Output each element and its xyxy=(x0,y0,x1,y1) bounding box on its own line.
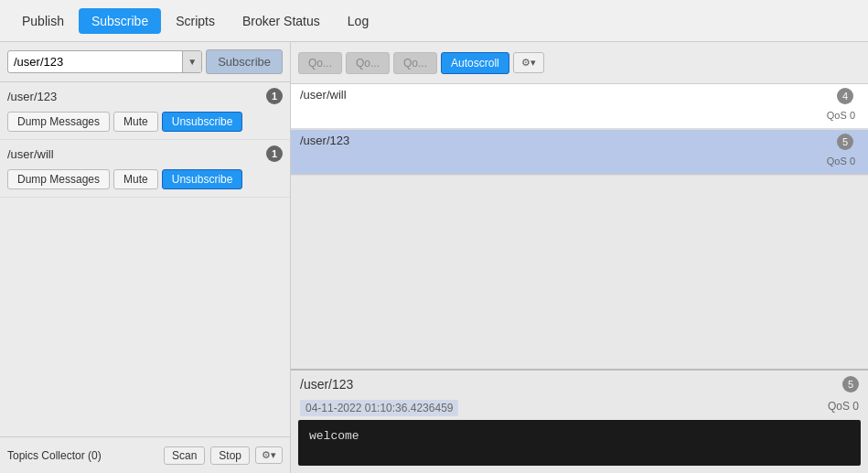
msg-qos-userwill: QoS 0 xyxy=(823,108,859,123)
unsubscribe-btn-1[interactable]: Unsubscribe xyxy=(162,169,243,189)
sub-item-user123-header[interactable]: /user/123 1 xyxy=(0,82,290,110)
right-settings-btn[interactable]: ⚙▾ xyxy=(513,52,544,73)
msg-count-user123: 5 xyxy=(837,134,853,150)
dump-messages-btn-1[interactable]: Dump Messages xyxy=(7,169,110,189)
sub-item-user123-badge: 1 xyxy=(266,88,283,104)
sub-item-userwill-actions: Dump Messages Mute Unsubscribe xyxy=(0,167,290,197)
tab-subscribe[interactable]: Subscribe xyxy=(79,8,161,34)
msg-detail-topic: /user/123 xyxy=(300,377,353,392)
tab-broker-status[interactable]: Broker Status xyxy=(230,8,333,34)
msg-topic-name-user123: /user/123 xyxy=(300,134,837,150)
sub-item-user123: /user/123 1 Dump Messages Mute Unsubscri… xyxy=(0,82,290,140)
tab-scripts[interactable]: Scripts xyxy=(163,8,228,34)
mute-btn-1[interactable]: Mute xyxy=(113,169,158,189)
message-detail: /user/123 5 04-11-2022 01:10:36.4236459 … xyxy=(291,369,868,473)
msg-count-userwill: 4 xyxy=(837,88,853,104)
dump-messages-btn-0[interactable]: Dump Messages xyxy=(7,112,110,132)
subscribe-bar: ▼ Subscribe xyxy=(0,42,290,82)
msg-content-box: welcome xyxy=(298,420,861,466)
right-toolbar: Qo... Qo... Qo... Autoscroll ⚙▾ xyxy=(291,42,868,84)
right-panel: Qo... Qo... Qo... Autoscroll ⚙▾ /user/wi… xyxy=(291,42,868,473)
topics-collector: Topics Collector (0) Scan Stop ⚙▾ xyxy=(0,436,290,473)
msg-detail-meta: 04-11-2022 01:10:36.4236459 QoS 0 xyxy=(291,398,868,420)
subscribe-button[interactable]: Subscribe xyxy=(206,49,283,74)
msg-block-user123: /user/123 5 QoS 0 xyxy=(291,130,868,176)
msg-content: welcome xyxy=(309,429,359,443)
main-layout: ▼ Subscribe /user/123 1 Dump Messages Mu… xyxy=(0,42,868,473)
unsubscribe-btn-0[interactable]: Unsubscribe xyxy=(162,112,243,132)
topic-input-wrap: ▼ xyxy=(7,50,202,73)
sub-item-user123-topic: /user/123 xyxy=(7,90,266,103)
qos-btn-1[interactable]: Qo... xyxy=(346,52,390,74)
left-panel: ▼ Subscribe /user/123 1 Dump Messages Mu… xyxy=(0,42,291,473)
sub-item-userwill: /user/will 1 Dump Messages Mute Unsubscr… xyxy=(0,140,290,198)
sub-item-userwill-badge: 1 xyxy=(266,145,283,162)
topic-input[interactable] xyxy=(8,51,182,72)
msg-block-userwill: /user/will 4 QoS 0 xyxy=(291,84,868,130)
tab-publish[interactable]: Publish xyxy=(9,8,77,34)
mute-btn-0[interactable]: Mute xyxy=(113,112,158,132)
msg-detail-count: 5 xyxy=(842,376,859,392)
msg-topic-info-userwill[interactable]: /user/will 4 xyxy=(291,84,868,106)
msg-qos-user123: QoS 0 xyxy=(823,154,859,168)
scan-button[interactable]: Scan xyxy=(164,446,205,465)
sub-item-userwill-header[interactable]: /user/will 1 xyxy=(0,140,290,167)
autoscroll-btn[interactable]: Autoscroll xyxy=(441,52,509,74)
topics-gear-btn[interactable]: ⚙▾ xyxy=(255,446,283,464)
topic-dropdown-btn[interactable]: ▼ xyxy=(182,51,201,72)
subscriptions-list: /user/123 1 Dump Messages Mute Unsubscri… xyxy=(0,82,290,436)
stop-button[interactable]: Stop xyxy=(210,446,250,465)
tab-log[interactable]: Log xyxy=(335,8,381,34)
navbar: Publish Subscribe Scripts Broker Status … xyxy=(0,0,868,42)
msg-detail-qos: QoS 0 xyxy=(828,400,859,416)
msg-topic-info-user123[interactable]: /user/123 5 xyxy=(291,130,868,152)
qos-btn-0[interactable]: Qo... xyxy=(298,52,342,74)
topics-collector-label: Topics Collector (0) xyxy=(7,449,158,462)
msg-detail-header: /user/123 5 xyxy=(291,371,868,398)
msg-timestamp: 04-11-2022 01:10:36.4236459 xyxy=(300,400,458,416)
sub-item-user123-actions: Dump Messages Mute Unsubscribe xyxy=(0,110,290,139)
msg-topic-name-userwill: /user/will xyxy=(300,88,837,104)
right-messages: /user/will 4 QoS 0 /user/123 5 QoS 0 xyxy=(291,84,868,473)
messages-list-area: /user/will 4 QoS 0 /user/123 5 QoS 0 xyxy=(291,84,868,369)
qos-btn-2[interactable]: Qo... xyxy=(393,52,437,74)
sub-item-userwill-topic: /user/will xyxy=(7,147,266,161)
